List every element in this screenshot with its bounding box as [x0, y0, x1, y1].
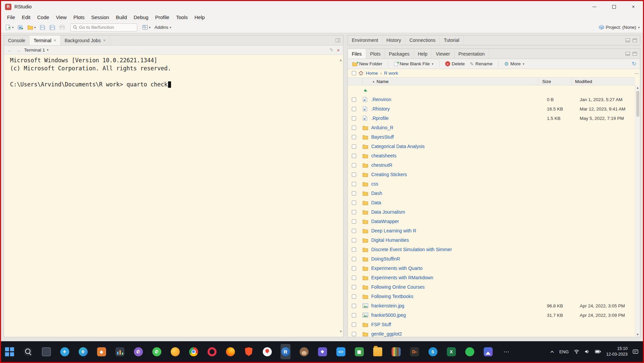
- maps-icon[interactable]: [262, 344, 272, 359]
- refresh-button[interactable]: ↻: [632, 61, 637, 67]
- scroll-down-icon[interactable]: ▼: [636, 332, 639, 337]
- new-blank-file-button[interactable]: + New Blank File ▾: [393, 61, 435, 67]
- file-name-link[interactable]: DataWrapper: [371, 219, 543, 224]
- file-name-link[interactable]: Digital Humanities: [371, 237, 543, 243]
- files-tab-files[interactable]: Files: [348, 49, 366, 59]
- new-folder-button[interactable]: + New Folder: [351, 61, 384, 67]
- battery-icon[interactable]: [595, 350, 601, 354]
- file-row[interactable]: css: [348, 179, 635, 189]
- minimize-pane-icon[interactable]: [626, 39, 630, 42]
- terminal-scroll-down-icon[interactable]: ▼: [340, 328, 342, 336]
- file-name-link[interactable]: css: [371, 181, 543, 187]
- files-tab-viewer[interactable]: Viewer: [432, 49, 455, 59]
- row-checkbox[interactable]: [352, 238, 356, 242]
- row-checkbox[interactable]: [352, 191, 356, 196]
- env-tab-environment[interactable]: Environment: [348, 35, 383, 45]
- viber-icon[interactable]: ✆: [133, 344, 143, 359]
- language-indicator[interactable]: ENG: [559, 349, 569, 354]
- console-tab-console[interactable]: Console: [4, 35, 29, 45]
- edge-icon[interactable]: e: [78, 344, 88, 359]
- menu-file[interactable]: File: [4, 12, 18, 22]
- file-name-link[interactable]: frankie5000.jpeg: [371, 312, 543, 318]
- file-row[interactable]: gentle_ggplot2: [348, 329, 635, 337]
- row-checkbox[interactable]: [352, 304, 356, 308]
- file-row[interactable]: frankie5000.jpeg31.7 KBApr 24, 2022, 3:0…: [348, 310, 635, 320]
- file-name-link[interactable]: .Renviron: [371, 97, 543, 102]
- row-checkbox[interactable]: [352, 266, 356, 271]
- file-row[interactable]: DataWrapper: [348, 217, 635, 226]
- file-name-link[interactable]: cheatsheets: [371, 153, 543, 158]
- menu-build[interactable]: Build: [112, 12, 130, 22]
- tool-app-icon[interactable]: ◆: [96, 344, 106, 359]
- chrome-icon[interactable]: [188, 344, 198, 359]
- file-name-link[interactable]: Experiments with Quarto: [371, 266, 543, 271]
- rstudio-icon[interactable]: R: [280, 344, 291, 359]
- goto-file-search[interactable]: [70, 23, 137, 31]
- file-row[interactable]: Following Textbooks: [348, 292, 635, 301]
- select-all-checkbox[interactable]: [352, 71, 356, 75]
- file-row[interactable]: cheatsheets: [348, 151, 635, 160]
- file-row[interactable]: R.Rhistory16.5 KBMar 12, 2023, 9:41 AM: [348, 104, 635, 114]
- column-header-name[interactable]: ▲ Name: [363, 78, 538, 85]
- search-button[interactable]: [23, 344, 33, 359]
- skype-app-icon[interactable]: S: [428, 344, 438, 359]
- file-name-link[interactable]: Experiments with RMarkdown: [371, 275, 543, 280]
- file-name-link[interactable]: Following Textbooks: [371, 294, 543, 299]
- file-row[interactable]: Arduino_R: [348, 123, 635, 132]
- maximize-pane-icon[interactable]: [633, 39, 637, 42]
- row-checkbox[interactable]: [352, 247, 356, 252]
- scrollbar-thumb[interactable]: [636, 91, 639, 117]
- whatsapp-icon[interactable]: ✆: [152, 344, 162, 359]
- file-row[interactable]: Deep Learning with R: [348, 226, 635, 235]
- file-name-link[interactable]: FSP Stuff: [371, 322, 543, 327]
- terminal-selector[interactable]: Terminal 1 ▾: [24, 48, 49, 53]
- menu-help[interactable]: Help: [191, 12, 208, 22]
- excel-icon[interactable]: X: [446, 344, 456, 359]
- minimize-pane-icon[interactable]: [626, 52, 630, 56]
- breadcrumb-home[interactable]: Home: [366, 71, 378, 76]
- firefox-icon[interactable]: [225, 344, 235, 359]
- file-row[interactable]: Experiments with Quarto: [348, 264, 635, 273]
- path-options-button[interactable]: ⋯: [634, 71, 639, 76]
- row-checkbox[interactable]: [352, 332, 356, 336]
- maximize-pane-icon[interactable]: [336, 39, 340, 42]
- row-checkbox[interactable]: [352, 135, 356, 139]
- clock[interactable]: 15:10 12-03-2023: [606, 346, 628, 357]
- file-name-link[interactable]: Data: [371, 200, 543, 205]
- row-checkbox[interactable]: [352, 163, 356, 167]
- column-header-modified[interactable]: Modified: [571, 78, 635, 85]
- row-checkbox[interactable]: [352, 201, 356, 205]
- files-tab-plots[interactable]: Plots: [366, 49, 385, 59]
- close-terminal-icon[interactable]: ×: [337, 47, 340, 53]
- window-app-icon[interactable]: [41, 344, 51, 359]
- files-tab-help[interactable]: Help: [414, 49, 432, 59]
- discord-app-icon[interactable]: ❖: [317, 344, 327, 359]
- files-tab-presentation[interactable]: Presentation: [455, 49, 489, 59]
- minimize-button[interactable]: [585, 1, 604, 12]
- telegram-icon[interactable]: ✈: [60, 344, 70, 359]
- row-checkbox[interactable]: [352, 276, 356, 280]
- file-name-link[interactable]: gentle_ggplot2: [371, 331, 543, 337]
- breadcrumb-r-work[interactable]: R work: [384, 71, 398, 76]
- row-checkbox[interactable]: [352, 144, 356, 149]
- env-tab-connections[interactable]: Connections: [405, 35, 440, 45]
- row-checkbox[interactable]: [352, 107, 356, 111]
- file-row[interactable]: FSP Stuff: [348, 320, 635, 329]
- wifi-icon[interactable]: [574, 349, 579, 354]
- file-name-link[interactable]: .Rprofile: [371, 116, 543, 121]
- row-checkbox[interactable]: [352, 154, 356, 158]
- mango-app-icon[interactable]: [170, 344, 180, 359]
- file-row[interactable]: Experiments with RMarkdown: [348, 273, 635, 282]
- file-row[interactable]: Data: [348, 198, 635, 207]
- file-row[interactable]: Digital Humanities: [348, 235, 635, 245]
- row-checkbox[interactable]: [352, 97, 356, 102]
- row-checkbox[interactable]: [352, 182, 356, 186]
- goto-file-input[interactable]: [79, 25, 135, 30]
- file-row[interactable]: Creating Stickers: [348, 170, 635, 179]
- file-row[interactable]: chestnutR: [348, 160, 635, 170]
- env-tab-history[interactable]: History: [383, 35, 406, 45]
- row-checkbox[interactable]: [352, 126, 356, 130]
- maximize-button[interactable]: [604, 1, 624, 12]
- workspace-panes-button[interactable]: ▾: [141, 24, 152, 30]
- more-button[interactable]: ⚙ More ▾: [503, 60, 526, 68]
